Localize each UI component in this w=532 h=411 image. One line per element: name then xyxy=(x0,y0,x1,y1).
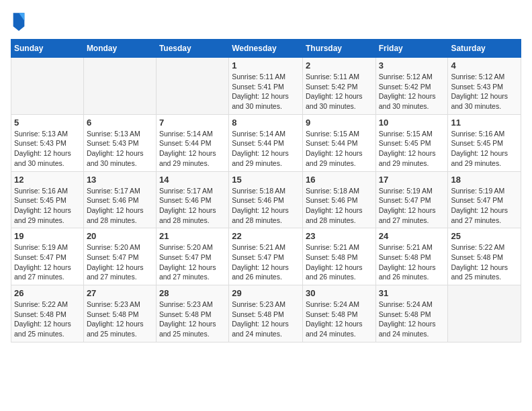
calendar-week-row: 19Sunrise: 5:19 AM Sunset: 5:47 PM Dayli… xyxy=(11,228,521,285)
day-info: Sunrise: 5:13 AM Sunset: 5:43 PM Dayligh… xyxy=(87,129,153,169)
calendar-cell: 27Sunrise: 5:23 AM Sunset: 5:48 PM Dayli… xyxy=(83,285,156,342)
day-info: Sunrise: 5:19 AM Sunset: 5:47 PM Dayligh… xyxy=(451,186,518,226)
day-info: Sunrise: 5:21 AM Sunset: 5:48 PM Dayligh… xyxy=(306,242,373,282)
day-number: 19 xyxy=(14,231,81,241)
logo xyxy=(11,11,28,31)
calendar-cell: 21Sunrise: 5:20 AM Sunset: 5:47 PM Dayli… xyxy=(156,228,228,285)
day-number: 23 xyxy=(306,231,373,241)
day-number: 12 xyxy=(14,175,81,185)
day-header-saturday: Saturday xyxy=(448,40,521,58)
day-header-monday: Monday xyxy=(83,40,156,58)
day-number: 26 xyxy=(14,288,81,298)
day-info: Sunrise: 5:17 AM Sunset: 5:46 PM Dayligh… xyxy=(159,186,226,226)
calendar-cell: 9Sunrise: 5:15 AM Sunset: 5:44 PM Daylig… xyxy=(302,114,375,171)
day-info: Sunrise: 5:19 AM Sunset: 5:47 PM Dayligh… xyxy=(14,242,81,282)
calendar-cell xyxy=(156,58,228,115)
day-number: 17 xyxy=(379,175,445,185)
day-number: 28 xyxy=(159,288,226,298)
day-info: Sunrise: 5:24 AM Sunset: 5:48 PM Dayligh… xyxy=(379,300,445,339)
calendar-cell: 18Sunrise: 5:19 AM Sunset: 5:47 PM Dayli… xyxy=(448,171,521,228)
calendar-cell xyxy=(448,285,521,342)
day-number: 29 xyxy=(232,288,300,298)
day-info: Sunrise: 5:22 AM Sunset: 5:48 PM Dayligh… xyxy=(14,300,81,339)
calendar-cell: 11Sunrise: 5:16 AM Sunset: 5:45 PM Dayli… xyxy=(448,114,521,171)
day-info: Sunrise: 5:19 AM Sunset: 5:47 PM Dayligh… xyxy=(379,186,445,226)
calendar-week-row: 26Sunrise: 5:22 AM Sunset: 5:48 PM Dayli… xyxy=(11,285,521,342)
calendar-cell: 22Sunrise: 5:21 AM Sunset: 5:47 PM Dayli… xyxy=(229,228,303,285)
day-info: Sunrise: 5:21 AM Sunset: 5:48 PM Dayligh… xyxy=(379,242,445,282)
calendar-cell: 19Sunrise: 5:19 AM Sunset: 5:47 PM Dayli… xyxy=(11,228,84,285)
day-number: 7 xyxy=(159,118,226,128)
day-info: Sunrise: 5:16 AM Sunset: 5:45 PM Dayligh… xyxy=(14,186,81,226)
calendar-cell xyxy=(11,58,84,115)
calendar-week-row: 12Sunrise: 5:16 AM Sunset: 5:45 PM Dayli… xyxy=(11,171,521,228)
day-info: Sunrise: 5:21 AM Sunset: 5:47 PM Dayligh… xyxy=(232,242,300,282)
day-number: 31 xyxy=(379,288,445,298)
day-info: Sunrise: 5:14 AM Sunset: 5:44 PM Dayligh… xyxy=(232,129,300,169)
calendar-cell xyxy=(83,58,156,115)
day-number: 18 xyxy=(451,175,518,185)
days-header-row: SundayMondayTuesdayWednesdayThursdayFrid… xyxy=(11,40,521,58)
calendar-cell: 13Sunrise: 5:17 AM Sunset: 5:46 PM Dayli… xyxy=(83,171,156,228)
day-number: 25 xyxy=(451,231,518,241)
calendar-cell: 5Sunrise: 5:13 AM Sunset: 5:43 PM Daylig… xyxy=(11,114,84,171)
day-number: 5 xyxy=(14,118,81,128)
day-info: Sunrise: 5:11 AM Sunset: 5:42 PM Dayligh… xyxy=(306,72,373,111)
day-number: 20 xyxy=(87,231,153,241)
day-number: 14 xyxy=(159,175,226,185)
day-number: 2 xyxy=(306,60,373,71)
calendar-table: SundayMondayTuesdayWednesdayThursdayFrid… xyxy=(11,39,521,342)
day-number: 3 xyxy=(379,60,445,71)
day-info: Sunrise: 5:23 AM Sunset: 5:48 PM Dayligh… xyxy=(232,300,300,339)
day-number: 15 xyxy=(232,175,300,185)
calendar-week-row: 1Sunrise: 5:11 AM Sunset: 5:41 PM Daylig… xyxy=(11,58,521,115)
day-number: 13 xyxy=(87,175,153,185)
page-header xyxy=(11,11,521,31)
calendar-cell: 15Sunrise: 5:18 AM Sunset: 5:46 PM Dayli… xyxy=(229,171,303,228)
calendar-cell: 2Sunrise: 5:11 AM Sunset: 5:42 PM Daylig… xyxy=(302,58,375,115)
day-number: 16 xyxy=(306,175,373,185)
calendar-cell: 25Sunrise: 5:22 AM Sunset: 5:48 PM Dayli… xyxy=(448,228,521,285)
day-header-sunday: Sunday xyxy=(11,40,84,58)
day-info: Sunrise: 5:17 AM Sunset: 5:46 PM Dayligh… xyxy=(87,186,153,226)
day-info: Sunrise: 5:23 AM Sunset: 5:48 PM Dayligh… xyxy=(159,300,226,339)
calendar-week-row: 5Sunrise: 5:13 AM Sunset: 5:43 PM Daylig… xyxy=(11,114,521,171)
day-info: Sunrise: 5:16 AM Sunset: 5:45 PM Dayligh… xyxy=(451,129,518,169)
calendar-cell: 3Sunrise: 5:12 AM Sunset: 5:42 PM Daylig… xyxy=(375,58,448,115)
day-info: Sunrise: 5:18 AM Sunset: 5:46 PM Dayligh… xyxy=(232,186,300,226)
day-info: Sunrise: 5:15 AM Sunset: 5:44 PM Dayligh… xyxy=(306,129,373,169)
day-number: 1 xyxy=(232,60,300,71)
calendar-cell: 16Sunrise: 5:18 AM Sunset: 5:46 PM Dayli… xyxy=(302,171,375,228)
day-info: Sunrise: 5:15 AM Sunset: 5:45 PM Dayligh… xyxy=(379,129,445,169)
calendar-cell: 7Sunrise: 5:14 AM Sunset: 5:44 PM Daylig… xyxy=(156,114,228,171)
calendar-cell: 17Sunrise: 5:19 AM Sunset: 5:47 PM Dayli… xyxy=(375,171,448,228)
day-number: 24 xyxy=(379,231,445,241)
calendar-cell: 23Sunrise: 5:21 AM Sunset: 5:48 PM Dayli… xyxy=(302,228,375,285)
day-number: 21 xyxy=(159,231,226,241)
day-number: 9 xyxy=(306,118,373,128)
day-header-wednesday: Wednesday xyxy=(229,40,303,58)
day-number: 11 xyxy=(451,118,518,128)
day-info: Sunrise: 5:20 AM Sunset: 5:47 PM Dayligh… xyxy=(87,242,153,282)
calendar-cell: 14Sunrise: 5:17 AM Sunset: 5:46 PM Dayli… xyxy=(156,171,228,228)
day-info: Sunrise: 5:14 AM Sunset: 5:44 PM Dayligh… xyxy=(159,129,226,169)
calendar-cell: 29Sunrise: 5:23 AM Sunset: 5:48 PM Dayli… xyxy=(229,285,303,342)
calendar-cell: 20Sunrise: 5:20 AM Sunset: 5:47 PM Dayli… xyxy=(83,228,156,285)
day-number: 4 xyxy=(451,60,518,71)
calendar-cell: 28Sunrise: 5:23 AM Sunset: 5:48 PM Dayli… xyxy=(156,285,228,342)
day-number: 30 xyxy=(306,288,373,298)
calendar-cell: 30Sunrise: 5:24 AM Sunset: 5:48 PM Dayli… xyxy=(302,285,375,342)
calendar-cell: 4Sunrise: 5:12 AM Sunset: 5:43 PM Daylig… xyxy=(448,58,521,115)
day-header-tuesday: Tuesday xyxy=(156,40,228,58)
day-info: Sunrise: 5:12 AM Sunset: 5:42 PM Dayligh… xyxy=(379,72,445,111)
calendar-cell: 6Sunrise: 5:13 AM Sunset: 5:43 PM Daylig… xyxy=(83,114,156,171)
day-header-thursday: Thursday xyxy=(302,40,375,58)
day-info: Sunrise: 5:18 AM Sunset: 5:46 PM Dayligh… xyxy=(306,186,373,226)
day-info: Sunrise: 5:13 AM Sunset: 5:43 PM Dayligh… xyxy=(14,129,81,169)
day-info: Sunrise: 5:12 AM Sunset: 5:43 PM Dayligh… xyxy=(451,72,518,111)
calendar-cell: 12Sunrise: 5:16 AM Sunset: 5:45 PM Dayli… xyxy=(11,171,84,228)
calendar-cell: 26Sunrise: 5:22 AM Sunset: 5:48 PM Dayli… xyxy=(11,285,84,342)
day-info: Sunrise: 5:11 AM Sunset: 5:41 PM Dayligh… xyxy=(232,72,300,111)
day-number: 10 xyxy=(379,118,445,128)
calendar-cell: 24Sunrise: 5:21 AM Sunset: 5:48 PM Dayli… xyxy=(375,228,448,285)
